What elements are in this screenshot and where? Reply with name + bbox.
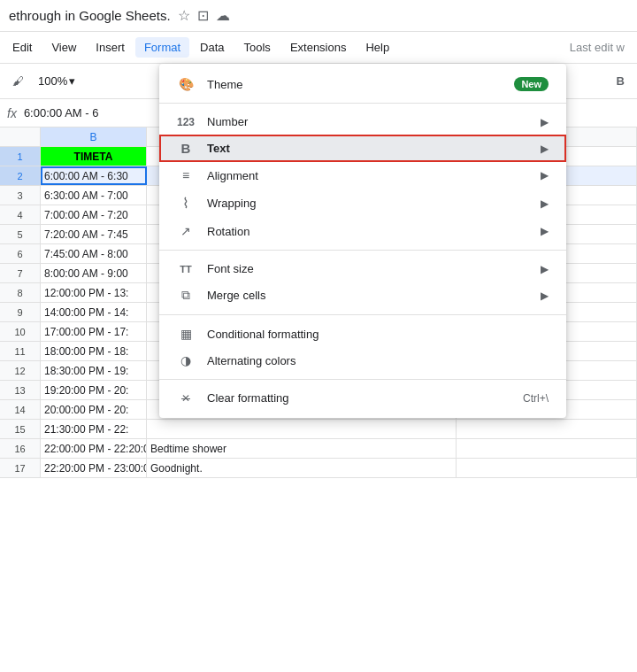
- alignment-icon: ≡: [177, 168, 195, 182]
- page-title: ethrough in Google Sheets.: [9, 8, 171, 23]
- menu-edit[interactable]: Edit: [4, 37, 41, 58]
- cell-b14[interactable]: 20:00:00 PM - 20:: [41, 400, 147, 419]
- font-size-icon: TT: [177, 264, 195, 274]
- divider-1: [159, 103, 566, 104]
- cell-b2[interactable]: 6:00:00 AM - 6:30: [41, 166, 147, 185]
- rotation-arrow-icon: ▶: [541, 225, 549, 237]
- cloud-icon[interactable]: ☁: [216, 7, 230, 24]
- cell-b6[interactable]: 7:45:00 AM - 8:00: [41, 244, 147, 263]
- menu-item-clear-formatting[interactable]: ✕ Clear formatting Ctrl+\: [159, 385, 566, 411]
- menu-help[interactable]: Help: [357, 37, 398, 58]
- format-dropdown-menu: 🎨 Theme New 123 Number ▶ B Text ▶ ≡ Alig…: [159, 64, 566, 418]
- menu-item-alignment[interactable]: ≡ Alignment ▶: [159, 162, 566, 189]
- cell-d15[interactable]: [457, 420, 637, 438]
- conditional-formatting-label: Conditional formatting: [207, 328, 549, 341]
- star-icon[interactable]: ☆: [178, 7, 190, 24]
- menu-item-wrapping[interactable]: ⌇ Wrapping ▶: [159, 189, 566, 218]
- clear-formatting-label: Clear formatting: [207, 391, 510, 405]
- alternating-colors-icon: ◑: [177, 353, 195, 367]
- row-num-14: 14: [0, 400, 41, 419]
- title-icons: ☆ ⊡ ☁: [178, 7, 230, 24]
- menu-item-number[interactable]: 123 Number ▶: [159, 109, 566, 135]
- menu-view[interactable]: View: [42, 37, 85, 58]
- row-num-3: 3: [0, 186, 41, 205]
- bold-button[interactable]: B: [611, 71, 630, 91]
- cell-c16[interactable]: Bedtime shower: [147, 439, 457, 458]
- divider-4: [159, 379, 566, 380]
- cell-b5[interactable]: 7:20:00 AM - 7:45: [41, 225, 147, 243]
- new-badge: New: [514, 77, 549, 91]
- menu-extensions[interactable]: Extensions: [281, 37, 356, 58]
- cell-b11[interactable]: 18:00:00 PM - 18:: [41, 342, 147, 360]
- fx-label: fx: [7, 106, 17, 120]
- menu-last-edit: Last edit w: [561, 37, 633, 58]
- alignment-arrow-icon: ▶: [541, 169, 549, 182]
- paint-format-icon: 🖌: [12, 74, 24, 88]
- row-num-9: 9: [0, 303, 41, 321]
- zoom-selector[interactable]: 100% ▾: [33, 71, 81, 91]
- col-header-b[interactable]: B: [41, 127, 147, 146]
- cell-b1[interactable]: TIMETA: [41, 147, 147, 166]
- row-num-15: 15: [0, 420, 41, 438]
- cell-b7[interactable]: 8:00:00 AM - 9:00: [41, 264, 147, 282]
- cell-b13[interactable]: 19:20:00 PM - 20:: [41, 381, 147, 399]
- wrapping-icon: ⌇: [177, 195, 195, 212]
- cell-b12[interactable]: 18:30:00 PM - 19:: [41, 361, 147, 380]
- alternating-colors-label: Alternating colors: [207, 354, 549, 367]
- row-num-2: 2: [0, 166, 41, 185]
- clear-formatting-icon: ✕: [177, 392, 195, 405]
- menu-item-merge-cells[interactable]: ⧉ Merge cells ▶: [159, 282, 566, 309]
- paint-format-button[interactable]: 🖌: [7, 71, 29, 91]
- theme-icon: 🎨: [177, 77, 195, 91]
- row-num-header: [0, 127, 41, 146]
- cell-c15[interactable]: [147, 420, 457, 438]
- row-num-12: 12: [0, 361, 41, 380]
- rotation-icon: ↗: [177, 224, 195, 238]
- menu-item-conditional-formatting[interactable]: ▦ Conditional formatting: [159, 321, 566, 347]
- theme-label: Theme: [207, 78, 502, 91]
- menu-item-theme[interactable]: 🎨 Theme New: [159, 71, 566, 97]
- menu-item-text[interactable]: B Text ▶: [159, 135, 566, 162]
- cell-c17[interactable]: Goodnight.: [147, 459, 457, 477]
- menu-data[interactable]: Data: [191, 37, 233, 58]
- menu-item-font-size[interactable]: TT Font size ▶: [159, 256, 566, 282]
- text-arrow-icon: ▶: [541, 143, 549, 155]
- cell-b4[interactable]: 7:00:00 AM - 7:20: [41, 205, 147, 224]
- menu-item-rotation[interactable]: ↗ Rotation ▶: [159, 218, 566, 244]
- row-num-1: 1: [0, 147, 41, 166]
- row-num-7: 7: [0, 264, 41, 282]
- cell-b10[interactable]: 17:00:00 PM - 17:: [41, 322, 147, 341]
- merge-cells-arrow-icon: ▶: [541, 290, 549, 302]
- text-label: Text: [207, 142, 528, 155]
- cell-b17[interactable]: 22:20:00 PM - 23:00:00 PM: [41, 459, 147, 477]
- folder-icon[interactable]: ⊡: [197, 7, 209, 24]
- row-num-10: 10: [0, 322, 41, 341]
- alignment-label: Alignment: [207, 169, 528, 182]
- menu-insert[interactable]: Insert: [87, 37, 134, 58]
- font-size-label: Font size: [207, 262, 528, 275]
- cell-d17[interactable]: [457, 459, 637, 477]
- number-arrow-icon: ▶: [541, 116, 549, 128]
- menu-tools[interactable]: Tools: [235, 37, 280, 58]
- menu-format[interactable]: Format: [135, 37, 189, 58]
- row-num-6: 6: [0, 244, 41, 263]
- cell-d16[interactable]: [457, 439, 637, 458]
- menu-item-alternating-colors[interactable]: ◑ Alternating colors: [159, 347, 566, 374]
- row-num-4: 4: [0, 205, 41, 224]
- table-row: 15 21:30:00 PM - 22:: [0, 420, 637, 439]
- divider-2: [159, 250, 566, 251]
- row-num-5: 5: [0, 225, 41, 243]
- cell-b15[interactable]: 21:30:00 PM - 22:: [41, 420, 147, 438]
- cell-b9[interactable]: 14:00:00 PM - 14:: [41, 303, 147, 321]
- merge-cells-icon: ⧉: [177, 288, 195, 303]
- cell-b3[interactable]: 6:30:00 AM - 7:00: [41, 186, 147, 205]
- zoom-value: 100%: [38, 74, 67, 88]
- number-icon: 123: [177, 116, 195, 128]
- cell-b8[interactable]: 12:00:00 PM - 13:: [41, 283, 147, 302]
- merge-cells-label: Merge cells: [207, 289, 528, 302]
- cell-b16[interactable]: 22:00:00 PM - 22:20:00 PM: [41, 439, 147, 458]
- formula-value: 6:00:00 AM - 6: [24, 106, 99, 120]
- text-bold-icon: B: [177, 141, 195, 156]
- font-size-arrow-icon: ▶: [541, 263, 549, 275]
- row-num-17: 17: [0, 459, 41, 477]
